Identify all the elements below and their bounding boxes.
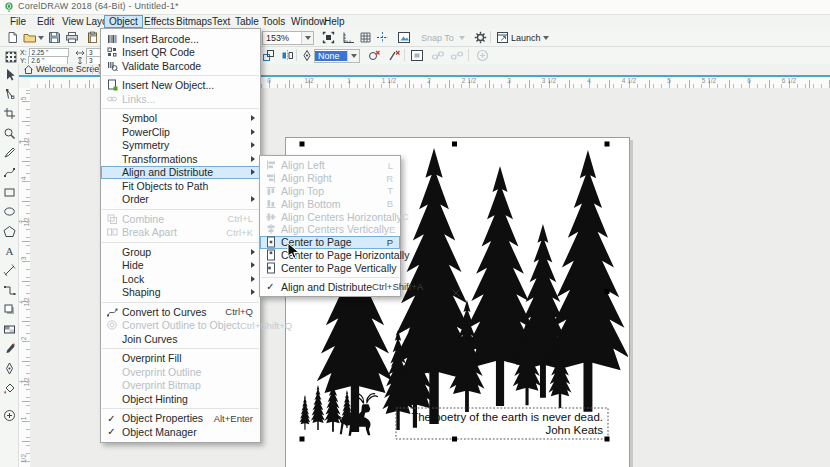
menu-item-insert-new-object[interactable]: Insert New Object... [101, 79, 260, 93]
add-tools-tool[interactable] [1, 407, 17, 424]
selection-handle[interactable] [605, 289, 610, 294]
options-gear-icon [474, 31, 487, 44]
eyedropper-tool[interactable] [1, 340, 17, 357]
launch-label[interactable]: Launch [511, 33, 541, 43]
menu-item-order[interactable]: Order [101, 193, 260, 207]
menu-tools[interactable]: Tools [258, 15, 289, 28]
selection-handle[interactable] [605, 437, 610, 442]
dimension-tool[interactable] [1, 262, 17, 279]
connector-tool[interactable] [1, 282, 17, 299]
remove-outline-button[interactable] [386, 48, 402, 63]
align-ch-icon [265, 211, 277, 223]
two-point-line-tool[interactable] [1, 164, 17, 181]
quote-text-object[interactable]: The poetry of the earth is never dead. J… [396, 408, 608, 439]
link-frames-button[interactable] [430, 48, 446, 63]
open-dropdown-button[interactable] [36, 30, 45, 45]
unlink-frames-button[interactable] [449, 48, 465, 63]
drop-shadow-tool[interactable] [1, 301, 17, 318]
menu-item-insert-qr-code[interactable]: Insert QR Code [101, 46, 260, 60]
paste-button[interactable] [84, 30, 100, 45]
outline-width-combo[interactable]: None [314, 49, 360, 63]
pick-tool[interactable] [1, 66, 17, 83]
menu-item-label: Overprint Fill [122, 352, 260, 364]
menu-item-lock[interactable]: Lock [101, 272, 260, 286]
menu-item-object-hinting[interactable]: Object Hinting [101, 392, 260, 406]
menu-item-group[interactable]: Group [101, 245, 260, 259]
menu-item-center-to-page-vertically[interactable]: Center to Page Vertically [260, 261, 400, 274]
preview-selected-button[interactable] [396, 30, 412, 45]
zoom-tool[interactable] [1, 125, 17, 142]
full-screen-preview-button[interactable] [320, 30, 336, 45]
show-guidelines-button[interactable] [374, 30, 390, 45]
checkmark-icon: ✓ [101, 413, 122, 424]
show-rulers-button[interactable] [340, 30, 356, 45]
menu-item-transformations[interactable]: Transformations [101, 152, 260, 166]
snap-to-dropdown[interactable] [457, 30, 467, 45]
polygon-tool[interactable] [1, 223, 17, 240]
print-button[interactable] [64, 30, 80, 45]
menu-item-center-to-page-horizontally[interactable]: Center to Page Horizontally [260, 249, 400, 262]
submenu-arrow-icon [251, 276, 255, 282]
menu-item-powerclip[interactable]: PowerClip [101, 125, 260, 139]
options-button[interactable] [472, 30, 488, 45]
v-ruler-label: 1/2 [20, 453, 27, 465]
outline-pen-tool[interactable] [1, 360, 17, 377]
menu-item-convert-to-curves[interactable]: Convert to CurvesCtrl+Q [101, 305, 260, 319]
interactive-fill-tool[interactable] [1, 380, 17, 397]
remove-fill-button[interactable] [366, 48, 382, 63]
launch-button[interactable] [494, 30, 510, 45]
object-origin-button[interactable] [3, 49, 19, 64]
h-ruler-label: 5 [667, 77, 671, 84]
menu-item-validate-barcode[interactable]: Validate Barcode [101, 59, 260, 73]
menu-item-symmetry[interactable]: Symmetry [101, 139, 260, 153]
add-frame-button[interactable] [474, 48, 490, 63]
menu-item-overprint-fill[interactable]: Overprint Fill [101, 352, 260, 366]
show-grid-button[interactable] [357, 30, 373, 45]
snap-to-label[interactable]: Snap To [421, 33, 454, 43]
menu-item-symbol[interactable]: Symbol [101, 112, 260, 126]
crop-tool[interactable] [1, 105, 17, 122]
mouse-cursor [287, 242, 300, 260]
save-button[interactable] [46, 30, 62, 45]
pine-tree [299, 395, 310, 430]
menu-item-shaping[interactable]: Shaping [101, 286, 260, 300]
menu-item-insert-barcode[interactable]: Insert Barcode... [101, 32, 260, 46]
menu-help[interactable]: Help [320, 15, 349, 28]
menu-file[interactable]: File [6, 15, 30, 28]
text-tool[interactable]: A [1, 242, 17, 259]
freehand-tool[interactable] [1, 144, 17, 161]
menu-item-label: Transformations [122, 153, 251, 165]
new-document-button[interactable] [4, 30, 20, 45]
selection-handle[interactable] [452, 142, 457, 147]
menu-item-object-properties[interactable]: ✓Object PropertiesAlt+Enter [101, 412, 260, 426]
title-bar: CorelDRAW 2018 (64-Bit) - Untitled-1* [0, 0, 830, 15]
mirror-button[interactable] [279, 48, 295, 63]
outline-width-dropdown[interactable] [347, 50, 359, 62]
selection-handle[interactable] [452, 437, 457, 442]
scale-factor-button[interactable] [260, 48, 276, 63]
selection-handle[interactable] [605, 142, 610, 147]
outline-pen-quick-button[interactable] [299, 48, 315, 63]
shape-tool[interactable] [1, 86, 17, 103]
wrap-text-button[interactable] [409, 48, 425, 63]
menu-item-align-and-distribute[interactable]: Align and Distribute [101, 166, 260, 180]
menu-item-label: Object Hinting [122, 393, 260, 405]
transparency-tool[interactable] [1, 321, 17, 338]
menu-item-align-and-distribute[interactable]: ✓Align and DistributeCtrl+Shift+A [260, 280, 400, 293]
menu-edit[interactable]: Edit [33, 15, 58, 28]
crop-icon [3, 107, 16, 120]
ellipse-tool[interactable] [1, 203, 17, 220]
zoom-level-combo[interactable]: 153% [262, 31, 314, 45]
menu-item-center-to-page[interactable]: Center to PageP [260, 236, 400, 249]
menu-item-fit-objects-to-path[interactable]: Fit Objects to Path [101, 179, 260, 193]
selection-handle[interactable] [300, 142, 305, 147]
menu-item-hide[interactable]: Hide [101, 259, 260, 273]
rectangle-tool[interactable] [1, 184, 17, 201]
zoom-combo-button[interactable] [301, 32, 313, 44]
menu-item-join-curves[interactable]: Join Curves [101, 332, 260, 346]
menu-object[interactable]: Object [104, 15, 143, 28]
submenu-arrow-icon [251, 262, 255, 268]
selection-handle[interactable] [300, 437, 305, 442]
menu-item-object-manager[interactable]: ✓Object Manager [101, 425, 260, 439]
launch-dropdown[interactable] [541, 30, 551, 45]
